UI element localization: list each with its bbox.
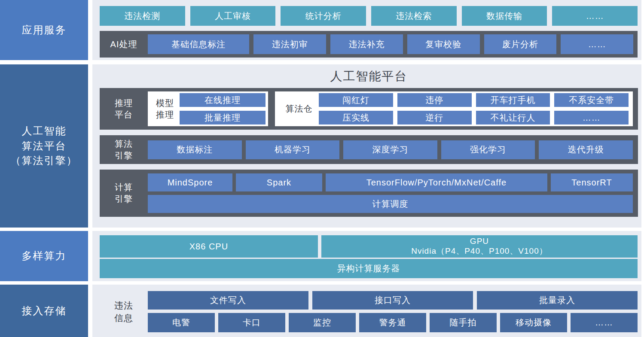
- model-inference-buttons: 在线推理 批量推理: [180, 93, 266, 124]
- service-chip: 统计分析: [281, 6, 366, 26]
- sidebar-label: 多样算力: [22, 249, 67, 264]
- write-chip: 批量录入: [477, 291, 638, 310]
- inference-platform-bar: 推理 平台 模型 推理 在线推理 批量推理 算法仓 闯红灯: [100, 88, 638, 130]
- sidebar-label: 接入存储: [22, 304, 67, 319]
- row-gap: [0, 228, 644, 231]
- sidebar-label-line: 算法平台: [22, 139, 67, 154]
- write-chip: 文件写入: [148, 291, 308, 310]
- algorithm-chip: 逆行: [397, 111, 472, 124]
- algorithm-chip: 不礼让行人: [476, 111, 550, 124]
- processor-row: X86 CPU GPU Nvidia（P4、P40、P100、V100）: [100, 235, 638, 258]
- sidebar-block-access-storage: 接入存储: [0, 285, 88, 337]
- heterogeneous-server-bar: 异构计算服务器: [100, 259, 638, 278]
- column-gap: [88, 285, 92, 337]
- row-gap: [0, 281, 644, 285]
- compute-frameworks-row: MindSpore Spark TensorFlow/PyTorch/MxNet…: [148, 173, 633, 191]
- engine-chip: 数据标注: [148, 140, 242, 159]
- ai-chip: 基础信息标注: [148, 34, 249, 54]
- row-gap: [0, 60, 644, 64]
- ai-chip: 违法初审: [253, 34, 326, 54]
- compute-scheduling-bar: 计算调度: [148, 195, 633, 213]
- framework-chip: TensorFlow/PyTorch/MxNet/Caffe: [326, 173, 547, 191]
- column-gap: [88, 0, 92, 60]
- algorithm-engine-chips: 数据标注 机器学习 深度学习 强化学习 迭代升级: [148, 140, 633, 159]
- cpu-block: X86 CPU: [100, 235, 318, 258]
- algorithm-chip: 开车打手机: [476, 93, 550, 107]
- source-chip: 电警: [148, 313, 215, 332]
- write-chip: 接口写入: [312, 291, 473, 310]
- engine-chip: 机器学习: [246, 140, 340, 159]
- sidebar-block-computing-power: 多样算力: [0, 231, 88, 281]
- framework-chip: MindSpore: [148, 173, 232, 191]
- service-chip: 人工审核: [190, 6, 276, 26]
- service-chip-ellipsis: ……: [552, 6, 638, 26]
- algorithm-warehouse-grid: 闯红灯 违停 开车打手机 不系安全带 压实线 逆行 不礼让行人 ……: [319, 93, 629, 124]
- source-chip: 警务通: [359, 313, 426, 332]
- ai-platform-panel: 人工智能平台 推理 平台 模型 推理 在线推理 批量推理: [92, 64, 641, 228]
- data-sources-row: 电警 卡口 监控 警务通 随手拍 移动摄像 ……: [148, 313, 638, 332]
- sidebar-block-app-services: 应用服务: [0, 0, 88, 60]
- algorithm-chip: 压实线: [319, 111, 393, 124]
- inference-chip: 批量推理: [180, 111, 266, 124]
- compute-engine-bar: 计算 引擎 MindSpore Spark TensorFlow/PyTorch…: [100, 170, 638, 217]
- compute-engine-label: 计算 引擎: [100, 182, 148, 205]
- column-gap: [88, 64, 92, 228]
- app-services-panel: 违法检测 人工审核 统计分析 违法检索 数据传输 …… AI处理 基础信息标注 …: [92, 0, 641, 60]
- computing-power-panel: X86 CPU GPU Nvidia（P4、P40、P100、V100） 异构计…: [92, 231, 641, 281]
- sidebar-label-line: 人工智能: [22, 124, 67, 139]
- sidebar-label: 应用服务: [22, 23, 67, 38]
- algorithm-chip: 不系安全带: [554, 93, 629, 107]
- write-methods-row: 文件写入 接口写入 批量录入: [148, 291, 638, 310]
- ai-chip-ellipsis: ……: [561, 34, 633, 54]
- violation-info-label: 违法 信息: [100, 291, 148, 332]
- ai-platform-title: 人工智能平台: [100, 64, 638, 88]
- column-gap: [88, 231, 92, 281]
- source-chip-ellipsis: ……: [571, 313, 638, 332]
- inference-chip: 在线推理: [180, 93, 266, 107]
- engine-chip: 强化学习: [441, 140, 535, 159]
- architecture-diagram: 应用服务 违法检测 人工审核 统计分析 违法检索 数据传输 …… AI处理 基础…: [0, 0, 644, 337]
- framework-chip: Spark: [236, 173, 322, 191]
- app-services-button-row: 违法检测 人工审核 统计分析 违法检索 数据传输 ……: [100, 6, 638, 26]
- ai-chip: 废片分析: [484, 34, 557, 54]
- algorithm-chip: 违停: [397, 93, 472, 107]
- compute-engine-chips: MindSpore Spark TensorFlow/PyTorch/MxNet…: [148, 173, 633, 213]
- ai-processing-bar: AI处理 基础信息标注 违法初审 违法补充 复审校验 废片分析 ……: [100, 31, 638, 58]
- sidebar-block-ai-algo-platform: 人工智能 算法平台 （算法引擎）: [0, 64, 88, 228]
- algorithm-warehouse-label: 算法仓: [279, 103, 319, 115]
- access-storage-panel: 违法 信息 文件写入 接口写入 批量录入 电警 卡口 监控 警务通 随手拍 移动…: [92, 285, 641, 337]
- service-chip: 数据传输: [462, 6, 547, 26]
- algorithm-engine-bar: 算法 引擎 数据标注 机器学习 深度学习 强化学习 迭代升级: [100, 135, 638, 164]
- algorithm-warehouse-box: 算法仓 闯红灯 违停 开车打手机 不系安全带 压实线 逆行 不礼让行人 ……: [275, 91, 633, 126]
- algorithm-engine-label: 算法 引擎: [100, 138, 148, 161]
- model-inference-box: 模型 推理 在线推理 批量推理: [148, 91, 268, 126]
- service-chip: 违法检索: [371, 6, 457, 26]
- source-chip: 卡口: [218, 313, 285, 332]
- gpu-block: GPU Nvidia（P4、P40、P100、V100）: [321, 235, 638, 258]
- ai-processing-label: AI处理: [100, 39, 148, 50]
- ai-chip: 复审校验: [407, 34, 480, 54]
- source-chip: 移动摄像: [500, 313, 567, 332]
- service-chip: 违法检测: [100, 6, 185, 26]
- storage-buttons: 文件写入 接口写入 批量录入 电警 卡口 监控 警务通 随手拍 移动摄像 ……: [148, 291, 638, 337]
- engine-chip: 迭代升级: [539, 140, 633, 159]
- source-chip: 监控: [289, 313, 356, 332]
- algorithm-chip-ellipsis: ……: [554, 111, 629, 124]
- framework-chip: TensorRT: [551, 173, 633, 191]
- sidebar-label-line: （算法引擎）: [11, 153, 78, 168]
- engine-chip: 深度学习: [343, 140, 437, 159]
- model-inference-label: 模型 推理: [150, 97, 180, 121]
- algorithm-chip: 闯红灯: [319, 93, 393, 107]
- ai-chip: 违法补充: [330, 34, 403, 54]
- source-chip: 随手拍: [430, 313, 497, 332]
- inference-platform-label: 推理 平台: [100, 97, 148, 121]
- ai-processing-chips: 基础信息标注 违法初审 违法补充 复审校验 废片分析 ……: [148, 34, 633, 54]
